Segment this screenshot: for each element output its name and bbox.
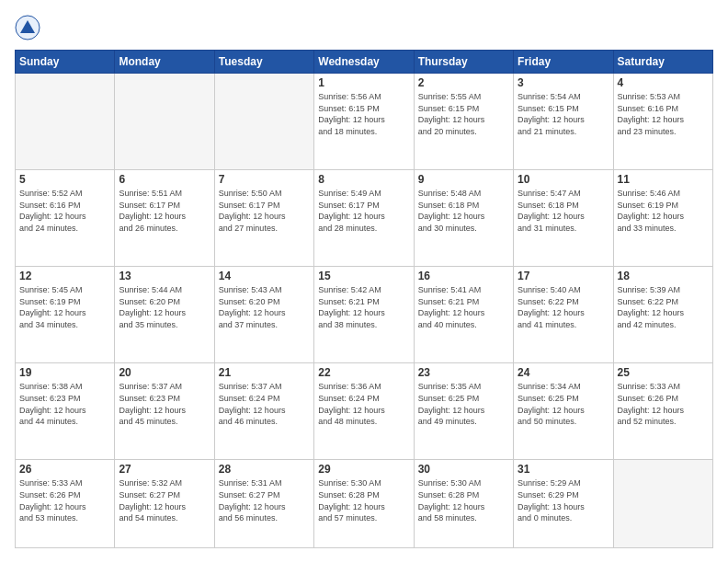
day-number: 5 — [19, 173, 110, 186]
day-number: 18 — [618, 270, 709, 282]
day-number: 23 — [418, 366, 509, 379]
day-info: Sunrise: 5:43 AM Sunset: 6:20 PM Dayligh… — [219, 284, 310, 330]
calendar-day-18: 18Sunrise: 5:39 AM Sunset: 6:22 PM Dayli… — [613, 267, 712, 363]
calendar-day-16: 16Sunrise: 5:41 AM Sunset: 6:21 PM Dayli… — [414, 267, 513, 363]
day-number: 29 — [318, 463, 409, 476]
calendar-day-24: 24Sunrise: 5:34 AM Sunset: 6:25 PM Dayli… — [514, 363, 613, 460]
day-info: Sunrise: 5:39 AM Sunset: 6:22 PM Dayligh… — [618, 284, 709, 330]
day-number: 30 — [418, 463, 509, 476]
calendar-day-30: 30Sunrise: 5:30 AM Sunset: 6:28 PM Dayli… — [414, 460, 513, 548]
day-info: Sunrise: 5:33 AM Sunset: 6:26 PM Dayligh… — [19, 477, 110, 523]
day-number: 7 — [219, 173, 310, 186]
calendar-day-17: 17Sunrise: 5:40 AM Sunset: 6:22 PM Dayli… — [514, 267, 613, 363]
calendar-header-sunday: Sunday — [16, 51, 115, 74]
day-number: 12 — [19, 270, 110, 282]
calendar-day-empty — [16, 74, 115, 170]
calendar-day-15: 15Sunrise: 5:42 AM Sunset: 6:21 PM Dayli… — [314, 267, 414, 363]
day-info: Sunrise: 5:42 AM Sunset: 6:21 PM Dayligh… — [318, 284, 409, 330]
calendar-header-wednesday: Wednesday — [314, 51, 414, 74]
calendar-week-2: 5Sunrise: 5:52 AM Sunset: 6:16 PM Daylig… — [16, 170, 713, 267]
day-number: 16 — [418, 270, 509, 282]
day-info: Sunrise: 5:53 AM Sunset: 6:16 PM Dayligh… — [618, 91, 709, 137]
day-number: 4 — [618, 76, 709, 89]
day-info: Sunrise: 5:29 AM Sunset: 6:29 PM Dayligh… — [518, 477, 609, 523]
calendar-day-27: 27Sunrise: 5:32 AM Sunset: 6:27 PM Dayli… — [115, 460, 214, 548]
calendar-day-1: 1Sunrise: 5:56 AM Sunset: 6:15 PM Daylig… — [314, 74, 414, 170]
calendar-day-7: 7Sunrise: 5:50 AM Sunset: 6:17 PM Daylig… — [214, 170, 313, 267]
calendar-header-thursday: Thursday — [414, 51, 513, 74]
day-info: Sunrise: 5:33 AM Sunset: 6:26 PM Dayligh… — [618, 381, 709, 427]
calendar-day-19: 19Sunrise: 5:38 AM Sunset: 6:23 PM Dayli… — [16, 363, 115, 460]
calendar-day-20: 20Sunrise: 5:37 AM Sunset: 6:23 PM Dayli… — [115, 363, 214, 460]
day-number: 31 — [518, 463, 609, 476]
day-number: 9 — [418, 173, 509, 186]
day-info: Sunrise: 5:48 AM Sunset: 6:18 PM Dayligh… — [418, 188, 509, 234]
day-info: Sunrise: 5:30 AM Sunset: 6:28 PM Dayligh… — [418, 477, 509, 523]
day-info: Sunrise: 5:45 AM Sunset: 6:19 PM Dayligh… — [19, 284, 110, 330]
calendar-day-3: 3Sunrise: 5:54 AM Sunset: 6:15 PM Daylig… — [514, 74, 613, 170]
day-info: Sunrise: 5:55 AM Sunset: 6:15 PM Dayligh… — [418, 91, 509, 137]
calendar-day-25: 25Sunrise: 5:33 AM Sunset: 6:26 PM Dayli… — [613, 363, 712, 460]
day-info: Sunrise: 5:49 AM Sunset: 6:17 PM Dayligh… — [318, 188, 409, 234]
calendar-header-row: SundayMondayTuesdayWednesdayThursdayFrid… — [16, 51, 713, 74]
calendar-day-11: 11Sunrise: 5:46 AM Sunset: 6:19 PM Dayli… — [613, 170, 712, 267]
day-info: Sunrise: 5:44 AM Sunset: 6:20 PM Dayligh… — [119, 284, 210, 330]
page: SundayMondayTuesdayWednesdayThursdayFrid… — [0, 0, 728, 563]
day-number: 25 — [618, 366, 709, 379]
day-number: 2 — [418, 76, 509, 89]
day-info: Sunrise: 5:47 AM Sunset: 6:18 PM Dayligh… — [518, 188, 609, 234]
logo-icon — [15, 15, 40, 40]
calendar-day-29: 29Sunrise: 5:30 AM Sunset: 6:28 PM Dayli… — [314, 460, 414, 548]
day-info: Sunrise: 5:34 AM Sunset: 6:25 PM Dayligh… — [518, 381, 609, 427]
calendar-header-friday: Friday — [514, 51, 613, 74]
day-info: Sunrise: 5:32 AM Sunset: 6:27 PM Dayligh… — [119, 477, 210, 523]
day-number: 3 — [518, 76, 609, 89]
day-number: 10 — [518, 173, 609, 186]
day-info: Sunrise: 5:37 AM Sunset: 6:24 PM Dayligh… — [219, 381, 310, 427]
calendar-week-4: 19Sunrise: 5:38 AM Sunset: 6:23 PM Dayli… — [16, 363, 713, 460]
calendar-day-empty — [613, 460, 712, 548]
day-number: 19 — [19, 366, 110, 379]
day-info: Sunrise: 5:30 AM Sunset: 6:28 PM Dayligh… — [318, 477, 409, 523]
calendar-day-26: 26Sunrise: 5:33 AM Sunset: 6:26 PM Dayli… — [16, 460, 115, 548]
calendar-header-saturday: Saturday — [613, 51, 712, 74]
day-info: Sunrise: 5:52 AM Sunset: 6:16 PM Dayligh… — [19, 188, 110, 234]
day-number: 14 — [219, 270, 310, 282]
calendar-week-5: 26Sunrise: 5:33 AM Sunset: 6:26 PM Dayli… — [16, 460, 713, 548]
day-info: Sunrise: 5:36 AM Sunset: 6:24 PM Dayligh… — [318, 381, 409, 427]
day-number: 27 — [119, 463, 210, 476]
calendar-day-13: 13Sunrise: 5:44 AM Sunset: 6:20 PM Dayli… — [115, 267, 214, 363]
calendar-day-8: 8Sunrise: 5:49 AM Sunset: 6:17 PM Daylig… — [314, 170, 414, 267]
calendar-day-12: 12Sunrise: 5:45 AM Sunset: 6:19 PM Dayli… — [16, 267, 115, 363]
day-info: Sunrise: 5:37 AM Sunset: 6:23 PM Dayligh… — [119, 381, 210, 427]
calendar-day-10: 10Sunrise: 5:47 AM Sunset: 6:18 PM Dayli… — [514, 170, 613, 267]
day-info: Sunrise: 5:56 AM Sunset: 6:15 PM Dayligh… — [318, 91, 409, 137]
day-number: 21 — [219, 366, 310, 379]
calendar-week-3: 12Sunrise: 5:45 AM Sunset: 6:19 PM Dayli… — [16, 267, 713, 363]
day-info: Sunrise: 5:38 AM Sunset: 6:23 PM Dayligh… — [19, 381, 110, 427]
calendar-week-1: 1Sunrise: 5:56 AM Sunset: 6:15 PM Daylig… — [16, 74, 713, 170]
calendar-day-2: 2Sunrise: 5:55 AM Sunset: 6:15 PM Daylig… — [414, 74, 513, 170]
day-info: Sunrise: 5:54 AM Sunset: 6:15 PM Dayligh… — [518, 91, 609, 137]
day-number: 15 — [318, 270, 409, 282]
day-info: Sunrise: 5:51 AM Sunset: 6:17 PM Dayligh… — [119, 188, 210, 234]
calendar-day-empty — [115, 74, 214, 170]
calendar-day-4: 4Sunrise: 5:53 AM Sunset: 6:16 PM Daylig… — [613, 74, 712, 170]
day-number: 17 — [518, 270, 609, 282]
header — [15, 15, 713, 40]
calendar-table: SundayMondayTuesdayWednesdayThursdayFrid… — [15, 50, 713, 548]
day-number: 6 — [119, 173, 210, 186]
day-number: 20 — [119, 366, 210, 379]
day-number: 24 — [518, 366, 609, 379]
calendar-day-23: 23Sunrise: 5:35 AM Sunset: 6:25 PM Dayli… — [414, 363, 513, 460]
calendar-day-6: 6Sunrise: 5:51 AM Sunset: 6:17 PM Daylig… — [115, 170, 214, 267]
calendar-day-9: 9Sunrise: 5:48 AM Sunset: 6:18 PM Daylig… — [414, 170, 513, 267]
calendar-day-21: 21Sunrise: 5:37 AM Sunset: 6:24 PM Dayli… — [214, 363, 313, 460]
day-number: 13 — [119, 270, 210, 282]
calendar-day-28: 28Sunrise: 5:31 AM Sunset: 6:27 PM Dayli… — [214, 460, 313, 548]
day-info: Sunrise: 5:41 AM Sunset: 6:21 PM Dayligh… — [418, 284, 509, 330]
day-number: 8 — [318, 173, 409, 186]
day-number: 26 — [19, 463, 110, 476]
calendar-header-monday: Monday — [115, 51, 214, 74]
day-number: 1 — [318, 76, 409, 89]
